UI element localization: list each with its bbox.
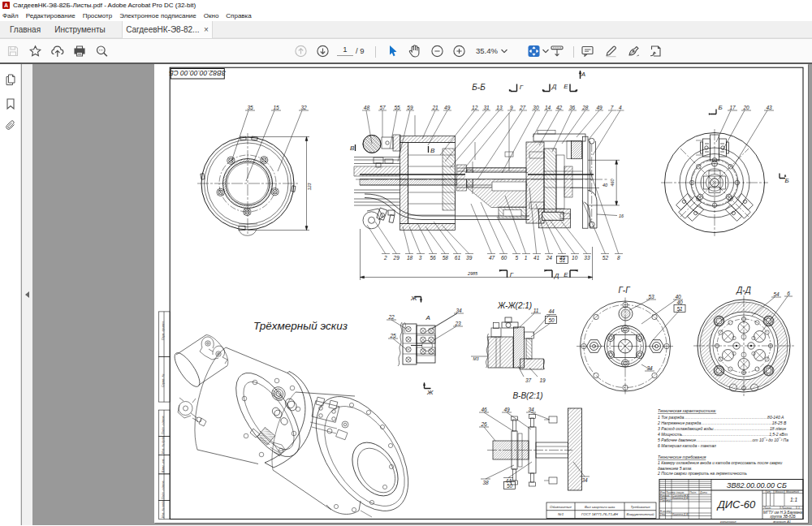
svg-text:12: 12 xyxy=(472,105,478,110)
svg-text:58: 58 xyxy=(443,255,449,261)
svg-text:15: 15 xyxy=(273,105,279,110)
svg-text:Г: Г xyxy=(520,84,524,91)
svg-text:Б: Б xyxy=(718,104,722,111)
svg-text:1: 1 xyxy=(798,507,800,510)
svg-text:2985: 2985 xyxy=(467,271,478,276)
svg-text:28: 28 xyxy=(581,105,589,110)
svg-text:Д: Д xyxy=(554,272,559,279)
svg-text:21: 21 xyxy=(431,105,438,110)
svg-text:Г-Г: Г-Г xyxy=(618,286,631,295)
svg-text:Подп. и дата: Подп. и дата xyxy=(162,481,165,500)
svg-text:27: 27 xyxy=(519,105,526,110)
svg-text:36: 36 xyxy=(569,105,576,110)
svg-text:34: 34 xyxy=(528,407,534,412)
svg-text:В-В(2:1): В-В(2:1) xyxy=(512,391,542,400)
svg-text:33: 33 xyxy=(584,255,590,261)
svg-text:49: 49 xyxy=(503,407,510,412)
svg-text:3: 3 xyxy=(419,255,422,261)
svg-text:55: 55 xyxy=(394,105,400,110)
svg-text:формат А1: формат А1 xyxy=(773,520,791,523)
svg-text:1:1: 1:1 xyxy=(790,497,797,502)
svg-text:Лит.: Лит. xyxy=(764,490,771,494)
svg-text:Утв.: Утв. xyxy=(660,513,667,516)
svg-text:Вакуумплотный: Вакуумплотный xyxy=(627,512,654,516)
svg-text:17: 17 xyxy=(729,105,736,110)
svg-text:Лист: Лист xyxy=(763,507,771,510)
svg-text:49: 49 xyxy=(444,105,451,110)
svg-text:39: 39 xyxy=(466,255,473,261)
svg-text:Дата: Дата xyxy=(699,491,707,494)
svg-text:60: 60 xyxy=(501,255,508,261)
svg-text:2 После сварки проверить на ге: 2 После сварки проверить на герметичност… xyxy=(657,471,747,476)
svg-text:Д-Д: Д-Д xyxy=(736,286,750,295)
svg-text:61: 61 xyxy=(455,255,461,261)
svg-text:группа ЗВ-82Б: группа ЗВ-82Б xyxy=(770,515,795,519)
svg-text:Справ. №: Справ. № xyxy=(162,374,165,387)
svg-text:46: 46 xyxy=(481,407,487,412)
svg-text:В: В xyxy=(350,144,355,152)
svg-text:16: 16 xyxy=(619,213,624,218)
svg-text:В: В xyxy=(430,147,435,154)
svg-text:54: 54 xyxy=(773,291,780,297)
svg-text:копировал: копировал xyxy=(720,520,736,523)
svg-text:19: 19 xyxy=(539,377,546,383)
svg-text:Киселев Д.В.: Киселев Д.В. xyxy=(672,497,689,500)
svg-text:30: 30 xyxy=(533,105,539,110)
svg-text:37: 37 xyxy=(525,377,532,383)
svg-text:9: 9 xyxy=(510,105,513,110)
svg-text:Требования: Требования xyxy=(630,505,650,509)
svg-text:34: 34 xyxy=(646,365,653,371)
svg-text:57: 57 xyxy=(379,105,386,110)
svg-text:ДИС-60: ДИС-60 xyxy=(716,498,756,511)
svg-text:Инв. № дубл.: Инв. № дубл. xyxy=(162,436,165,454)
svg-text:2: 2 xyxy=(383,255,387,261)
svg-text:7: 7 xyxy=(611,105,614,110)
svg-text:Е: Е xyxy=(564,271,568,278)
svg-text:10: 10 xyxy=(572,255,578,261)
svg-text:Ж: Ж xyxy=(410,295,417,302)
svg-text:8: 8 xyxy=(617,255,620,261)
svg-text:Масса: Масса xyxy=(775,490,784,494)
svg-text:1 Ток разряда.................: 1 Ток разряда...........................… xyxy=(658,415,784,420)
svg-text:Д: Д xyxy=(551,83,557,90)
svg-text:№1: №1 xyxy=(558,512,564,516)
svg-text:29: 29 xyxy=(393,255,400,261)
svg-text:42: 42 xyxy=(556,105,563,110)
svg-text:2 Напряжение разряда..........: 2 Напряжение разряда....................… xyxy=(657,420,787,425)
svg-text:Взам. инв.: Взам. инв. xyxy=(162,459,165,472)
svg-text:Вид сварного шва: Вид сварного шва xyxy=(585,505,615,509)
svg-text:Технические требования: Технические требования xyxy=(658,455,706,459)
svg-text:45: 45 xyxy=(559,255,566,261)
svg-text:1 Камеру охлаждения анода и ка: 1 Камеру охлаждения анода и катода опрес… xyxy=(658,460,783,465)
svg-text:3 Расход охлаждающей воды.....: 3 Расход охлаждающей воды...............… xyxy=(658,426,786,431)
svg-text:Киселев Д.В.: Киселев Д.В. xyxy=(672,513,689,516)
svg-text:50: 50 xyxy=(548,317,555,323)
svg-text:26: 26 xyxy=(480,421,487,427)
svg-text:Б-Б: Б-Б xyxy=(472,83,486,92)
svg-text:32: 32 xyxy=(300,105,307,110)
svg-text:460: 460 xyxy=(610,178,615,186)
svg-text:4 Мощность....................: 4 Мощность..............................… xyxy=(658,432,788,437)
svg-text:13: 13 xyxy=(496,105,503,110)
svg-text:50: 50 xyxy=(507,483,513,489)
svg-text:41: 41 xyxy=(533,255,540,261)
svg-text:Ж-Ж(2:1): Ж-Ж(2:1) xyxy=(497,301,532,310)
svg-text:5: 5 xyxy=(515,255,518,261)
svg-text:20: 20 xyxy=(742,105,749,110)
svg-text:40: 40 xyxy=(603,183,608,188)
svg-text:18: 18 xyxy=(407,255,413,261)
svg-text:6 Материал катода - тантал: 6 Материал катода - тантал xyxy=(658,443,716,448)
svg-text:Б: Б xyxy=(784,177,788,184)
svg-text:Е: Е xyxy=(564,83,568,90)
svg-text:Трёхмерный эскиз: Трёхмерный эскиз xyxy=(253,320,348,332)
svg-text:22: 22 xyxy=(387,314,395,320)
svg-text:34: 34 xyxy=(581,477,588,483)
svg-text:43: 43 xyxy=(766,105,772,110)
svg-text:ЗВ82.00.00.00 СБ: ЗВ82.00.00.00 СБ xyxy=(727,481,787,489)
svg-text:53: 53 xyxy=(648,294,654,300)
svg-text:М3: М3 xyxy=(473,356,479,361)
svg-text:52: 52 xyxy=(603,255,609,261)
svg-text:Ж: Ж xyxy=(426,389,434,396)
svg-text:23: 23 xyxy=(454,321,461,326)
svg-text:ГОСТ 14771-76-Т1-4Н: ГОСТ 14771-76-Т1-4Н xyxy=(581,512,619,516)
